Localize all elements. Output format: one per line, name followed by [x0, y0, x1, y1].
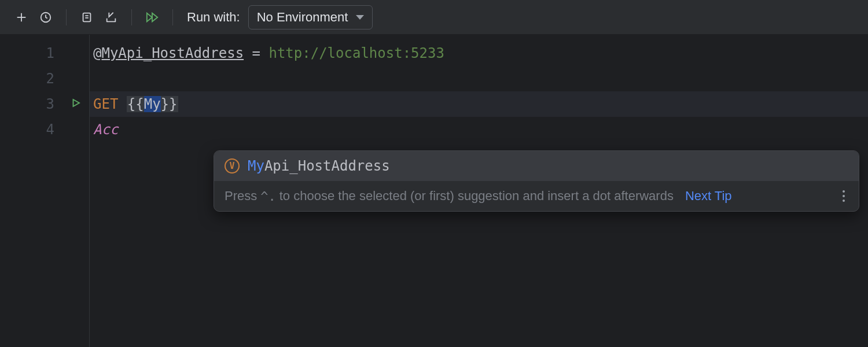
open-braces: {{ — [127, 96, 144, 112]
code-line[interactable]: @MyApi_HostAddress = http://localhost:52… — [90, 40, 868, 66]
variable-badge-icon: V — [225, 158, 240, 174]
toolbar: Run with: No Environment — [0, 0, 868, 35]
structure-icon[interactable] — [76, 6, 98, 28]
gutter: 1 2 3 4 — [0, 35, 90, 347]
close-braces: }} — [161, 96, 178, 112]
environment-dropdown[interactable]: No Environment — [248, 5, 373, 29]
svg-marker-8 — [73, 99, 80, 106]
tip-suffix: to choose the selected (or first) sugges… — [279, 189, 674, 204]
header-name: Acc — [93, 121, 118, 138]
autocomplete-popup: V MyApi_HostAddress Press ^. to choose t… — [214, 150, 859, 212]
autocomplete-item[interactable]: V MyApi_HostAddress — [214, 151, 859, 181]
run-line-icon[interactable] — [71, 98, 81, 110]
tip-key: ^. — [260, 189, 276, 204]
history-icon[interactable] — [35, 6, 57, 28]
run-with-label: Run with: — [187, 10, 240, 25]
at-token: @ — [93, 45, 101, 61]
toolbar-separator — [172, 9, 173, 25]
suggestion-rest: Api_HostAddress — [264, 158, 390, 174]
environment-value: No Environment — [257, 10, 348, 25]
editor: 1 2 3 4 @MyApi_HostAddress = http://loca… — [0, 35, 868, 347]
code-line[interactable] — [90, 66, 868, 91]
svg-marker-6 — [147, 13, 152, 21]
line-number: 4 — [46, 121, 54, 138]
code-line[interactable]: Acc — [90, 117, 868, 142]
next-tip-link[interactable]: Next Tip — [685, 189, 732, 204]
line-number: 1 — [46, 45, 54, 61]
gutter-row: 2 — [0, 66, 89, 91]
line-number: 3 — [46, 96, 54, 112]
run-all-icon[interactable] — [141, 6, 163, 28]
autocomplete-footer: Press ^. to choose the selected (or firs… — [214, 181, 859, 211]
code-line-active[interactable]: GET {{My}} — [90, 91, 868, 117]
equals-token: = — [244, 45, 269, 61]
http-method: GET — [93, 96, 127, 112]
more-options-icon[interactable] — [839, 187, 848, 205]
variable-name: MyApi_HostAddress — [101, 45, 244, 61]
suggestion-match: My — [248, 158, 264, 174]
toolbar-separator — [131, 9, 132, 25]
import-icon[interactable] — [100, 6, 122, 28]
gutter-row: 1 — [0, 40, 89, 66]
toolbar-separator — [66, 9, 67, 25]
code-area[interactable]: @MyApi_HostAddress = http://localhost:52… — [90, 35, 868, 347]
gutter-row: 3 — [0, 91, 89, 117]
line-number: 2 — [46, 71, 54, 87]
tip-prefix: Press — [225, 189, 257, 204]
url-value: http://localhost:5233 — [269, 45, 444, 61]
chevron-down-icon — [356, 15, 364, 20]
add-icon[interactable] — [10, 6, 32, 28]
typed-text: My — [144, 96, 161, 112]
gutter-row: 4 — [0, 117, 89, 142]
